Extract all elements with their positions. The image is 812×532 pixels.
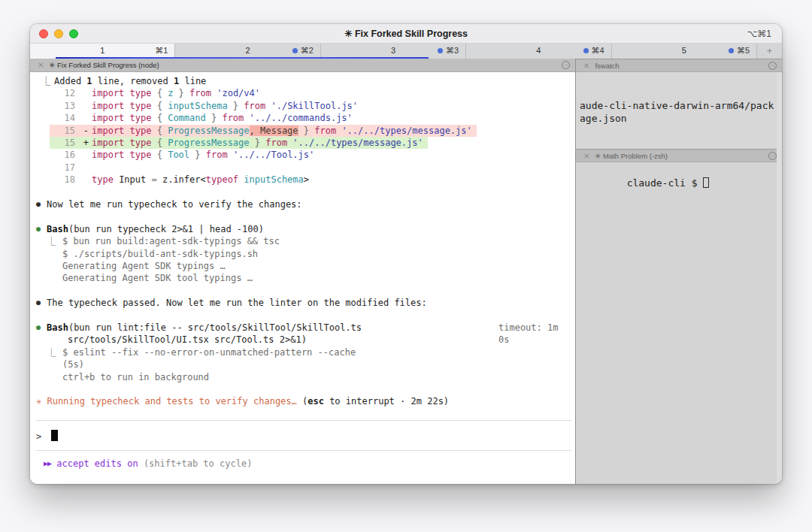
code-segment: z.infer<: [162, 174, 206, 185]
right-panel: ✕ fswatch ··· aude-cli-native-darwin-arm…: [575, 59, 782, 484]
close-window-button[interactable]: [39, 29, 48, 38]
tool-timeout-meta: 0s: [498, 334, 509, 346]
main-pane: ✕ ✳ Fix Forked Skill Progress (node) ···…: [30, 59, 575, 484]
tab-4[interactable]: 4 ⌘4: [466, 44, 611, 59]
input-divider: [36, 450, 571, 451]
diff-marker: -: [75, 125, 92, 137]
tool-output-line: (5s): [30, 358, 575, 370]
summary-text: Added: [54, 76, 86, 86]
main-pane-title: ✳ Fix Forked Skill Progress (node): [49, 61, 159, 69]
code-segment: import type: [92, 113, 157, 123]
terminal-output[interactable]: ⎿Added 1 line, removed 1 line 12import t…: [30, 72, 575, 484]
prompt-input[interactable]: >: [30, 421, 575, 449]
spinner-status-text: ✳ Running typecheck and tests to verify …: [36, 396, 297, 407]
text-cursor: [51, 430, 58, 441]
code-segment: type: [92, 174, 119, 185]
tool-args-continuation: src/tools/SkillTool/UI.tsx src/Tool.ts 2…: [30, 334, 575, 346]
minimize-window-button[interactable]: [54, 29, 63, 38]
pane-menu-icon[interactable]: ···: [768, 152, 777, 160]
status-text: (: [297, 396, 308, 407]
code-line: 18type Input = z.infer<typeof inputSchem…: [30, 174, 575, 186]
code-segment: import type: [92, 101, 157, 111]
tool-output-line: ⎿$ eslint --fix --no-error-on-unmatched-…: [30, 346, 575, 358]
zoom-window-button[interactable]: [69, 29, 78, 38]
code-segment: from: [189, 88, 211, 98]
message-bullet-icon: ●: [36, 198, 47, 210]
message-text: Now let me run typecheck to verify the c…: [47, 199, 302, 210]
code-segment: inputSchema: [244, 174, 303, 185]
code-segment: import type: [92, 125, 157, 136]
math-shell[interactable]: claude-cli $: [576, 162, 782, 484]
line-number: 18: [42, 174, 75, 186]
double-arrow-icon: ▶▶: [44, 459, 51, 467]
diff-removed-line: 15-import type { ProgressMessage, Messag…: [30, 125, 575, 137]
tab-shortcut: ⌘4: [592, 46, 604, 56]
code-segment: }: [298, 125, 315, 136]
code-segment: }: [189, 150, 206, 160]
shell-prompt: claude-cli $: [627, 177, 704, 189]
code-segment: from: [222, 113, 244, 123]
code-line: 16import type { Tool } from '../../Tool.…: [30, 149, 575, 161]
tool-output-line: ctrl+b to run in background: [30, 371, 575, 383]
code-segment: import type: [92, 150, 157, 160]
activity-dot-icon: [729, 48, 734, 53]
tool-name: Bash: [47, 322, 68, 333]
scrollbar-track[interactable]: [777, 72, 782, 484]
code-segment: import type: [92, 88, 157, 98]
code-segment: {: [157, 113, 168, 123]
tool-timeout-meta: timeout: 1m: [498, 322, 558, 334]
code-segment: import type: [92, 138, 157, 148]
added-count: 1: [86, 76, 92, 86]
tool-args: (bun run lint:file -- src/tools/SkillToo…: [68, 322, 362, 333]
permission-mode-line[interactable]: ▶▶ accept edits on (shift+tab to cycle): [30, 458, 575, 470]
diff-summary: ⎿Added 1 line, removed 1 line: [30, 75, 575, 87]
window-shortcut-hint: ⌥⌘1: [747, 29, 771, 39]
tool-call-bash: ●Bash(bun run typecheck 2>&1 | head -100…: [30, 223, 575, 235]
terminal-window: ✳ Fix Forked Skill Progress ⌥⌘1 1 ⌘1 2 ⌘…: [30, 24, 782, 484]
pane-menu-icon[interactable]: ···: [562, 61, 570, 69]
code-segment: {: [157, 138, 168, 148]
code-segment: 'zod/v4': [211, 88, 260, 98]
activity-dot-icon: [438, 48, 443, 53]
code-line: 17: [30, 162, 575, 174]
tool-args: src/tools/SkillTool/UI.tsx src/Tool.ts 2…: [68, 334, 307, 345]
traffic-lights: [39, 29, 78, 38]
code-line: 13import type { inputSchema } from './Sk…: [30, 100, 575, 112]
code-segment: }: [228, 101, 244, 111]
tab-shortcut: ⌘5: [737, 46, 750, 56]
tab-5[interactable]: 5 ⌘5: [612, 44, 757, 59]
fswatch-line: aude-cli-native-darwin-arm64/package.jso…: [580, 99, 777, 125]
window-title: ✳ Fix Forked Skill Progress: [30, 28, 782, 39]
code-segment: Command: [168, 113, 206, 123]
fswatch-output[interactable]: aude-cli-native-darwin-arm64/package.jso…: [576, 72, 782, 149]
line-number: 17: [42, 162, 75, 174]
summary-text: line: [179, 76, 206, 86]
activity-dot-icon: [583, 48, 589, 53]
tool-call-bash: ●Bash(bun run lint:file -- src/tools/Ski…: [30, 322, 575, 334]
mode-hint: (shift+tab to cycle): [144, 458, 253, 469]
status-line: ✳ Running typecheck and tests to verify …: [30, 395, 575, 407]
close-pane-icon[interactable]: ✕: [583, 152, 589, 160]
code-segment: {: [157, 125, 168, 136]
line-number: 15: [50, 137, 75, 149]
code-segment: from: [244, 101, 265, 111]
tool-bullet-icon: ●: [36, 322, 47, 334]
branch-mark-icon: ⎿: [47, 235, 62, 247]
math-pane-title: ✳ Math Problem (-zsh): [595, 152, 668, 160]
code-segment: ProgressMessage: [168, 138, 249, 148]
line-number: 14: [42, 112, 75, 124]
tab-bar: 1 ⌘1 2 ⌘2 3 ⌘3 4 ⌘4 5 ⌘5 +: [30, 44, 782, 59]
code-segment: =: [151, 174, 162, 185]
code-segment: {: [157, 150, 168, 160]
output-text: $ eslint --fix --no-error-on-unmatched-p…: [62, 347, 356, 358]
code-segment: from: [265, 138, 287, 148]
close-pane-icon[interactable]: ✕: [583, 62, 589, 70]
new-tab-button[interactable]: +: [757, 44, 782, 59]
prompt-chevron: >: [36, 431, 41, 442]
tab-shortcut: ⌘1: [155, 46, 168, 56]
code-segment: ProgressMessage: [168, 125, 249, 136]
diff-marker: +: [75, 137, 92, 149]
pane-menu-icon[interactable]: ···: [768, 62, 777, 70]
line-number: 12: [42, 87, 75, 99]
close-pane-icon[interactable]: ✕: [38, 61, 44, 69]
